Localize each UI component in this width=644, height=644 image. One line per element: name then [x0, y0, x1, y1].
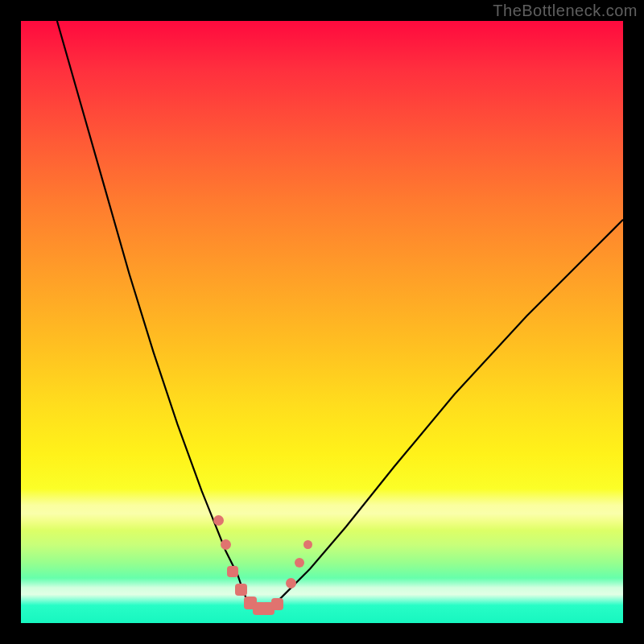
curve-marker [221, 539, 231, 550]
watermark-text: TheBottleneck.com [493, 2, 638, 20]
bottleneck-curve-path [57, 21, 623, 611]
curve-marker [235, 584, 247, 596]
curve-marker [227, 566, 238, 577]
chart-plot-area [21, 21, 623, 623]
curve-marker [271, 598, 283, 610]
bottleneck-curve [21, 21, 623, 623]
curve-marker [286, 578, 296, 588]
curve-marker [303, 540, 312, 549]
